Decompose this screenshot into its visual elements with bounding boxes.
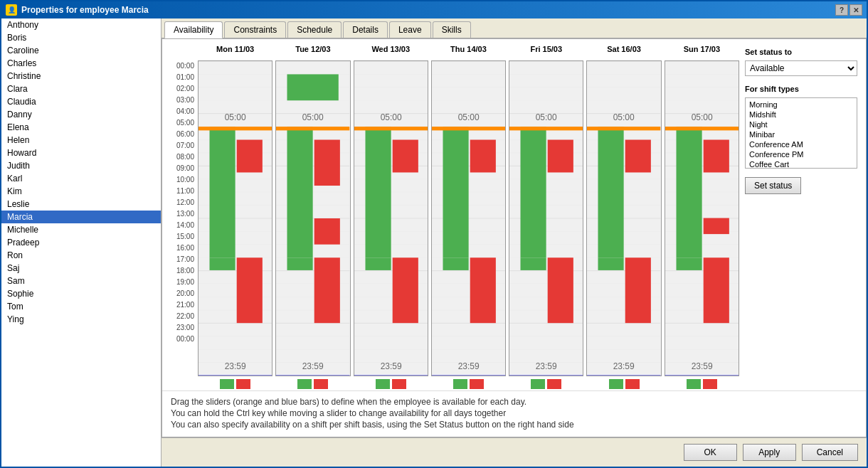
shift-type-conference-am[interactable]: Conference AM <box>747 139 855 149</box>
shift-type-coffee-cart[interactable]: Coffee Cart <box>747 159 855 169</box>
ok-button[interactable]: OK <box>684 444 737 461</box>
shift-type-morning[interactable]: Morning <box>747 100 855 110</box>
tab-constraints[interactable]: Constraints <box>224 21 286 38</box>
employee-item-karl[interactable]: Karl <box>1 172 161 185</box>
legend-green-2 <box>376 379 390 389</box>
day-chart-2[interactable]: 05:0023:59 <box>354 60 428 376</box>
employee-item-clara[interactable]: Clara <box>1 83 161 95</box>
legend-green-5 <box>609 379 623 389</box>
employee-item-leslie[interactable]: Leslie <box>1 198 161 211</box>
employee-item-howard[interactable]: Howard <box>1 147 161 159</box>
legend-green-0 <box>220 379 234 389</box>
shift-type-midshift[interactable]: Midshift <box>747 110 855 119</box>
svg-rect-63 <box>314 257 340 323</box>
title-bar-left: 👤 Properties for employee Marcia <box>6 4 149 16</box>
instruction-line: Drag the sliders (orange and blue bars) … <box>171 397 857 407</box>
svg-rect-27 <box>237 140 263 173</box>
svg-rect-162 <box>548 257 573 323</box>
time-label: 03:00 <box>166 95 196 106</box>
close-button[interactable]: ✕ <box>850 4 862 16</box>
time-label: 00:00 <box>166 60 196 72</box>
shift-type-conference-pm[interactable]: Conference PM <box>747 149 855 159</box>
status-select[interactable]: AvailableUnavailableUnknown <box>745 60 857 76</box>
legend-group-3 <box>453 379 484 389</box>
legend-group-4 <box>531 379 561 389</box>
day-chart-0[interactable]: 05:0023:59 <box>198 60 272 376</box>
employee-item-saj[interactable]: Saj <box>1 262 161 275</box>
employee-item-kim[interactable]: Kim <box>1 185 161 198</box>
shift-type-night[interactable]: Night <box>747 119 855 129</box>
day-chart-6[interactable]: 05:0023:59 <box>665 60 739 376</box>
svg-rect-62 <box>314 218 340 245</box>
employee-item-elena[interactable]: Elena <box>1 121 161 134</box>
tab-availability[interactable]: Availability <box>164 21 223 38</box>
employee-item-sophie[interactable]: Sophie <box>1 287 161 300</box>
employee-item-charles[interactable]: Charles <box>1 57 161 70</box>
employee-item-christine[interactable]: Christine <box>1 70 161 83</box>
employee-item-ron[interactable]: Ron <box>1 249 161 262</box>
svg-text:23:59: 23:59 <box>536 361 557 371</box>
svg-rect-229 <box>703 257 729 323</box>
day-chart-1[interactable]: 05:0023:59 <box>275 60 350 376</box>
bottom-bar: OK Apply Cancel <box>162 437 867 467</box>
legend-group-2 <box>376 379 406 389</box>
day-header: Sun 17/03 <box>663 43 741 60</box>
svg-text:05:00: 05:00 <box>536 112 557 122</box>
svg-rect-58 <box>287 74 339 100</box>
tab-leave[interactable]: Leave <box>389 21 431 38</box>
employee-item-claudia[interactable]: Claudia <box>1 95 161 108</box>
help-button[interactable]: ? <box>835 4 848 16</box>
employee-item-tom[interactable]: Tom <box>1 300 161 313</box>
time-label: 17:00 <box>166 254 196 265</box>
instructions: Drag the sliders (orange and blue bars) … <box>162 390 866 437</box>
svg-rect-29 <box>199 127 272 130</box>
title-buttons: ? ✕ <box>835 4 862 16</box>
svg-rect-163 <box>509 127 583 130</box>
svg-rect-60 <box>287 257 313 270</box>
svg-text:05:00: 05:00 <box>457 112 479 122</box>
employee-item-caroline[interactable]: Caroline <box>1 44 161 57</box>
day-chart-5[interactable]: 05:0023:59 <box>586 60 661 376</box>
day-chart-4[interactable]: 05:0023:59 <box>509 60 583 376</box>
svg-text:05:00: 05:00 <box>302 112 324 122</box>
day-header: Tue 12/03 <box>274 43 351 60</box>
shift-type-minibar[interactable]: Minibar <box>747 129 855 139</box>
tab-skills[interactable]: Skills <box>433 21 471 38</box>
cancel-button[interactable]: Cancel <box>802 444 858 461</box>
employee-item-anthony[interactable]: Anthony <box>1 18 161 31</box>
legend-green-3 <box>453 379 467 389</box>
time-label: 01:00 <box>166 72 196 83</box>
svg-text:23:59: 23:59 <box>380 361 401 371</box>
svg-rect-160 <box>521 257 546 270</box>
svg-rect-192 <box>598 127 624 257</box>
time-label: 00:00 <box>166 334 196 345</box>
svg-rect-159 <box>521 127 546 257</box>
time-label: 23:00 <box>166 322 196 334</box>
employee-item-ying[interactable]: Ying <box>1 313 161 326</box>
day-headers: Mon 11/03Tue 12/03Wed 13/03Thu 14/03Fri … <box>196 43 741 60</box>
employee-item-sam[interactable]: Sam <box>1 275 161 287</box>
legend-red-1 <box>314 379 328 389</box>
set-status-button[interactable]: Set status <box>745 177 801 194</box>
tab-details[interactable]: Details <box>343 21 388 38</box>
apply-button[interactable]: Apply <box>743 444 796 461</box>
employee-item-marcia[interactable]: Marcia <box>1 211 161 223</box>
employee-item-danny[interactable]: Danny <box>1 108 161 121</box>
svg-rect-93 <box>365 127 391 257</box>
main-window: 👤 Properties for employee Marcia ? ✕ Ant… <box>0 0 868 468</box>
time-label: 18:00 <box>166 265 196 277</box>
tab-schedule[interactable]: Schedule <box>287 21 342 38</box>
svg-rect-193 <box>598 257 624 270</box>
employee-item-pradeep[interactable]: Pradeep <box>1 236 161 249</box>
time-label: 16:00 <box>166 243 196 254</box>
employee-item-judith[interactable]: Judith <box>1 159 161 172</box>
employee-item-boris[interactable]: Boris <box>1 31 161 44</box>
tab-content: 00:0001:0002:0003:0004:0005:0006:0007:00… <box>162 38 867 437</box>
day-chart-3[interactable]: 05:0023:59 <box>431 60 506 376</box>
tab-bar: AvailabilityConstraintsScheduleDetailsLe… <box>162 18 867 38</box>
employee-item-helen[interactable]: Helen <box>1 134 161 147</box>
employee-item-michelle[interactable]: Michelle <box>1 223 161 236</box>
legend-green-1 <box>297 379 312 389</box>
time-label: 15:00 <box>166 231 196 243</box>
window-icon: 👤 <box>6 4 17 16</box>
